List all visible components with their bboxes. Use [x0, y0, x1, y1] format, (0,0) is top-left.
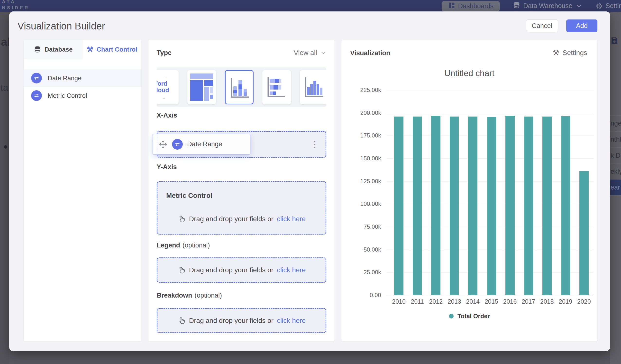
- dashboards-grid-icon: [448, 2, 455, 11]
- bar-2014: [468, 117, 477, 295]
- background-menu-item[interactable]: nge: [610, 115, 621, 131]
- breakdown-heading: Breakdown (optional): [157, 292, 222, 299]
- drop-zone-title: Metric Control: [166, 192, 212, 200]
- histogram-icon: [302, 74, 326, 100]
- breakdown-drop-zone[interactable]: Drag and drop your fields or click here: [157, 308, 326, 333]
- y-tick-label: 225.00k: [360, 87, 381, 93]
- bar-slot: [427, 90, 445, 295]
- stacked-bar-icon: [265, 74, 288, 100]
- field-row-metric-control[interactable]: Metric Control: [24, 87, 141, 104]
- tools-icon: ⚒: [87, 46, 93, 53]
- builder-panel: Type View all ~~ ~~ Word Cloud ~~ ~~: [148, 40, 335, 341]
- stacked-column-icon: [228, 75, 251, 101]
- visualization-panel: Visualization ⚒ Settings Untitled chart …: [341, 40, 597, 341]
- settings-label: Settings: [563, 49, 587, 57]
- gridline: [387, 295, 593, 295]
- click-here-link[interactable]: click here: [277, 317, 306, 325]
- background-left-rail: al ta: [0, 12, 9, 364]
- click-here-link[interactable]: click here: [277, 215, 306, 223]
- y-axis-drop-zone[interactable]: Metric Control Drag and drop your fields…: [157, 181, 326, 235]
- background-menu-item[interactable]: ekly: [610, 163, 621, 180]
- bullet-dot: [4, 145, 7, 149]
- chart-bars: [390, 90, 593, 295]
- y-tick-label: 0.00: [370, 292, 381, 298]
- chevron-down-icon: [320, 50, 326, 56]
- chart-x-labels: 2010201120122013201420152016201720182019…: [390, 298, 593, 305]
- x-tick-label: 2016: [501, 298, 519, 305]
- floppy-save-icon[interactable]: [610, 36, 619, 46]
- chart-type-word-cloud[interactable]: ~~ ~~ Word Cloud ~~ ~~: [157, 70, 179, 104]
- kebab-menu-icon[interactable]: ⋮: [310, 140, 319, 149]
- add-button[interactable]: Add: [566, 19, 597, 32]
- nav-data-warehouse[interactable]: Data Warehouse: [513, 0, 583, 12]
- background-menu-item-selected[interactable]: ear: [610, 180, 621, 195]
- x-axis-heading: X-Axis: [157, 112, 177, 119]
- chart-type-stacked-bar[interactable]: [262, 70, 291, 104]
- x-tick-label: 2010: [390, 298, 408, 305]
- word-cloud-mini-word: ~~: [163, 97, 165, 100]
- logo-line2: NSIDER: [2, 5, 30, 11]
- tap-hand-icon: [177, 215, 186, 223]
- tab-database[interactable]: Database: [24, 40, 83, 59]
- bar-2010: [394, 117, 403, 295]
- tools-icon: ⚒: [553, 49, 559, 56]
- tap-hand-icon: [177, 266, 186, 274]
- bar-slot: [408, 90, 427, 295]
- tab-chart-control-label: Chart Control: [97, 46, 138, 53]
- bar-slot: [445, 90, 464, 295]
- x-tick-label: 2011: [408, 298, 427, 305]
- drop-text: Drag and drop your fields or: [189, 317, 274, 325]
- tap-hand-icon: [177, 316, 186, 325]
- chart-type-treemap[interactable]: [187, 70, 216, 104]
- y-tick-label: 50.00k: [363, 246, 381, 253]
- y-axis-heading: Y-Axis: [157, 163, 177, 171]
- background-menu-item[interactable]: nthly: [610, 131, 621, 147]
- bar-2017: [524, 117, 533, 295]
- bar-slot: [556, 90, 575, 295]
- bar-slot: [519, 90, 538, 295]
- bar-2012: [431, 116, 440, 295]
- x-tick-label: 2019: [556, 298, 575, 305]
- sliders-icon: [31, 73, 42, 84]
- nav-dashboards[interactable]: Dashboards: [442, 1, 500, 11]
- settings-button[interactable]: ⚒ Settings: [553, 49, 587, 57]
- nav-settings[interactable]: ⚙ Settings: [596, 0, 621, 12]
- bar-slot: [390, 90, 408, 295]
- cancel-button[interactable]: Cancel: [526, 19, 558, 32]
- bar-2020: [579, 171, 589, 295]
- chip-label: Date Range: [187, 140, 222, 148]
- chevron-down-icon: [575, 2, 583, 10]
- bar-2015: [487, 117, 496, 295]
- background-text-fragment: ta: [0, 83, 8, 93]
- y-tick-label: 200.00k: [360, 109, 381, 116]
- field-row-date-range[interactable]: Date Range: [24, 69, 141, 87]
- top-nav-items: Dashboards Data Warehouse ⚙ Settings: [442, 0, 621, 12]
- chart-type-stacked-column-selected[interactable]: [225, 70, 254, 104]
- legend-drop-zone[interactable]: Drag and drop your fields or click here: [157, 258, 326, 283]
- database-icon: [513, 1, 520, 10]
- click-here-link[interactable]: click here: [277, 266, 306, 274]
- visualization-builder-modal: Visualization Builder Cancel Add Databas…: [9, 11, 610, 351]
- sliders-icon: [172, 139, 183, 150]
- x-tick-label: 2014: [464, 298, 482, 305]
- tab-database-label: Database: [45, 46, 73, 53]
- word-cloud-text: Word: [157, 80, 169, 87]
- tab-chart-control[interactable]: ⚒ Chart Control: [83, 40, 142, 59]
- chart-legend: Total Order: [341, 313, 597, 320]
- view-all-dropdown[interactable]: View all: [294, 49, 326, 57]
- chart-type-histogram[interactable]: [300, 70, 326, 104]
- y-tick-label: 75.00k: [363, 223, 381, 230]
- x-tick-label: 2020: [575, 298, 593, 305]
- logo-line1: ATA: [2, 0, 30, 5]
- dragging-field-chip[interactable]: Date Range: [153, 134, 250, 155]
- background-text-fragment: al: [1, 35, 9, 48]
- background-right-rail: nge nthly k Date ekly ear: [610, 12, 621, 364]
- background-menu-item[interactable]: k Date: [610, 147, 621, 163]
- bar-2019: [561, 116, 570, 295]
- drop-text: Drag and drop your fields or: [189, 266, 274, 274]
- chart-title: Untitled chart: [341, 68, 597, 78]
- bar-slot: [482, 90, 500, 295]
- fields-panel: Database ⚒ Chart Control Date Range Metr…: [24, 40, 141, 341]
- treemap-icon: [190, 73, 213, 101]
- chart-type-selector: ~~ ~~ Word Cloud ~~ ~~: [157, 67, 326, 107]
